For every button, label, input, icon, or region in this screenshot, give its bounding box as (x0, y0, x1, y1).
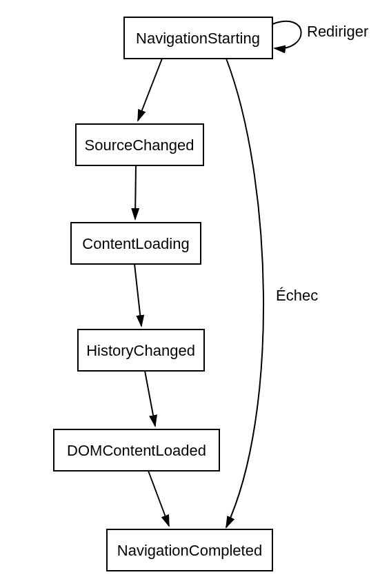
flowchart-diagram: NavigationStarting Rediriger SourceChang… (0, 0, 380, 588)
edge-history-to-dom (145, 371, 155, 426)
node-navigation-starting-label: NavigationStarting (136, 30, 260, 47)
label-failure: Échec (276, 287, 318, 304)
edge-dom-to-completed (148, 471, 169, 526)
node-navigation-completed-label: NavigationCompleted (117, 542, 262, 559)
edge-redirect-loop: Rediriger (272, 21, 368, 48)
node-history-changed-label: HistoryChanged (86, 342, 195, 359)
node-history-changed: HistoryChanged (78, 330, 204, 371)
edge-failure: Échec (226, 59, 318, 527)
node-navigation-starting: NavigationStarting (124, 17, 272, 59)
node-navigation-completed: NavigationCompleted (107, 529, 272, 571)
edge-source-to-content (135, 165, 136, 219)
node-dom-content-loaded: DOMContentLoaded (54, 429, 219, 471)
edge-content-to-history (134, 264, 141, 326)
node-dom-content-loaded-label: DOMContentLoaded (67, 442, 206, 459)
node-source-changed: SourceChanged (76, 124, 203, 165)
node-content-loading: ContentLoading (71, 223, 201, 264)
node-source-changed-label: SourceChanged (84, 136, 194, 154)
edge-start-to-source (138, 59, 162, 121)
label-redirect: Rediriger (307, 23, 368, 40)
node-content-loading-label: ContentLoading (82, 235, 189, 252)
